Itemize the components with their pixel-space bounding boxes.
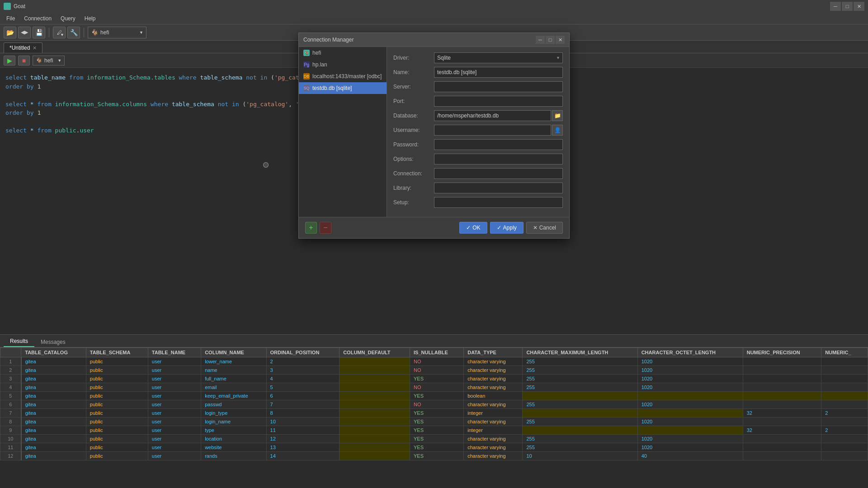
tab-label: *Untitled <box>9 45 30 51</box>
run-button[interactable]: ▶ <box>4 56 15 66</box>
table-cell: gitea <box>21 435 86 443</box>
dialog-minimize-button[interactable]: ─ <box>536 36 545 44</box>
table-cell: character varying <box>464 400 523 409</box>
dialog-close-button[interactable]: ✕ <box>556 36 565 44</box>
table-cell <box>340 366 410 375</box>
table-cell: YES <box>410 426 463 435</box>
username-label: Username: <box>393 127 434 133</box>
connection-string-input[interactable] <box>434 168 563 179</box>
col-header-catalog[interactable]: TABLE_CATALOG <box>21 348 86 357</box>
table-cell: NO <box>410 383 463 392</box>
table-cell <box>340 409 410 418</box>
row-number: 8 <box>0 418 21 426</box>
menu-file[interactable]: File <box>2 14 19 23</box>
table-cell <box>523 392 637 400</box>
database-input[interactable] <box>434 110 551 121</box>
col-header-nullable[interactable]: IS_NULLABLE <box>410 348 463 357</box>
conn-icon-hefi: 🐐 <box>303 50 310 56</box>
table-cell: 5 <box>266 383 340 392</box>
tab-close-icon[interactable]: ✕ <box>33 45 37 51</box>
apply-button[interactable]: ✓ Apply <box>490 222 524 234</box>
table-cell <box>821 366 868 375</box>
add-connection-button[interactable]: + <box>305 222 317 234</box>
conn-name-sqlite: testdb.db [sqlite] <box>312 85 352 91</box>
table-cell <box>637 426 743 435</box>
table-cell: gitea <box>21 452 86 460</box>
col-header-numeric[interactable]: NUMERIC_ <box>821 348 868 357</box>
database-browse-button[interactable]: 📁 <box>552 110 563 121</box>
tools-button[interactable]: 🔧 <box>67 27 80 38</box>
menu-connection[interactable]: Connection <box>19 14 56 23</box>
col-header-ordinal[interactable]: ORDINAL_POSITION <box>266 348 340 357</box>
ok-button[interactable]: ✓ OK <box>459 222 487 234</box>
tab-messages[interactable]: Messages <box>34 337 72 347</box>
close-button[interactable]: ✕ <box>854 2 864 11</box>
col-header-charoct[interactable]: CHARACTER_OCTET_LENGTH <box>637 348 743 357</box>
table-cell: 8 <box>266 409 340 418</box>
ok-checkmark-icon: ✓ <box>466 225 471 231</box>
col-header-table[interactable]: TABLE_NAME <box>148 348 201 357</box>
row-number: 6 <box>0 400 21 409</box>
nav-button[interactable]: ◀▶ <box>18 27 31 38</box>
table-cell: integer <box>464 426 523 435</box>
editor-connection-select[interactable]: 🐐 hefi ▼ <box>33 56 65 66</box>
table-cell: lower_name <box>201 357 266 366</box>
port-input[interactable] <box>434 96 563 107</box>
tab-results[interactable]: Results <box>4 336 34 347</box>
table-cell: public <box>86 452 148 460</box>
library-input[interactable] <box>434 183 563 193</box>
col-header-numprec[interactable]: NUMERIC_PRECISION <box>743 348 821 357</box>
save-button[interactable]: 💾 <box>33 27 45 38</box>
table-cell: login_type <box>201 409 266 418</box>
username-input[interactable] <box>434 125 551 136</box>
minimize-button[interactable]: ─ <box>830 2 841 11</box>
menu-query[interactable]: Query <box>56 14 80 23</box>
table-cell <box>743 375 821 383</box>
conn-item-sqlite[interactable]: SQ testdb.db [sqlite] <box>299 82 387 94</box>
table-cell <box>821 443 868 452</box>
results-table-wrap[interactable]: TABLE_CATALOG TABLE_SCHEMA TABLE_NAME CO… <box>0 347 868 488</box>
cancel-button[interactable]: ✕ Cancel <box>526 222 563 234</box>
table-cell: character varying <box>464 366 523 375</box>
magic-button[interactable]: 🖊▼ <box>53 27 66 38</box>
maximize-button[interactable]: □ <box>842 2 853 11</box>
menu-help[interactable]: Help <box>80 14 100 23</box>
server-input[interactable] <box>434 81 563 92</box>
col-header-default[interactable]: COLUMN_DEFAULT <box>340 348 410 357</box>
open-button[interactable]: 📂 <box>4 27 16 38</box>
options-input[interactable] <box>434 154 563 164</box>
table-cell: 2 <box>266 357 340 366</box>
name-input[interactable] <box>434 67 563 78</box>
col-header-schema[interactable]: TABLE_SCHEMA <box>86 348 148 357</box>
library-label: Library: <box>393 185 434 191</box>
table-cell: website <box>201 443 266 452</box>
conn-item-hplan[interactable]: Pg hp.lan <box>299 59 387 70</box>
connection-selector[interactable]: 🐐 hefi ▼ <box>88 27 146 38</box>
col-header-charmax[interactable]: CHARACTER_MAXIMUM_LENGTH <box>523 348 637 357</box>
stop-button[interactable]: ■ <box>18 56 30 66</box>
table-cell: NO <box>410 400 463 409</box>
table-cell: public <box>86 366 148 375</box>
password-input[interactable] <box>434 139 563 150</box>
results-tbody: 1giteapublicuserlower_name2NOcharacter v… <box>0 357 868 460</box>
delete-connection-button[interactable]: − <box>320 222 331 234</box>
table-row: 5giteapublicuserkeep_email_private6YESbo… <box>0 392 868 400</box>
table-cell: user <box>148 426 201 435</box>
tab-untitled[interactable]: *Untitled ✕ <box>4 42 42 53</box>
table-cell: YES <box>410 443 463 452</box>
form-row-name: Name: <box>393 67 563 78</box>
driver-select[interactable]: Sqlite PostgreSQL MySQL ODBC <box>434 52 563 63</box>
row-number: 11 <box>0 443 21 452</box>
table-cell: public <box>86 375 148 383</box>
table-cell: public <box>86 418 148 426</box>
table-cell: user <box>148 383 201 392</box>
dialog-maximize-button[interactable]: □ <box>546 36 555 44</box>
setup-input[interactable] <box>434 197 563 208</box>
col-header-datatype[interactable]: DATA_TYPE <box>464 348 523 357</box>
col-header-column[interactable]: COLUMN_NAME <box>201 348 266 357</box>
table-row: 6giteapublicuserpasswd7NOcharacter varyi… <box>0 400 868 409</box>
conn-item-hefi[interactable]: 🐐 hefi <box>299 47 387 59</box>
conn-item-odbc[interactable]: DB localhost:1433/master [odbc] <box>299 70 387 82</box>
username-action-button[interactable]: 👤 <box>552 125 563 136</box>
row-number: 2 <box>0 366 21 375</box>
